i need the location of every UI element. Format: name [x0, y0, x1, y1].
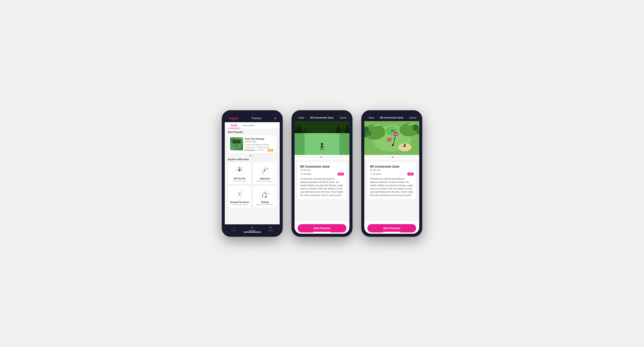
skill-name-putting: Putting: [255, 201, 275, 203]
detail-badge-3: ARG: [408, 173, 414, 175]
detail-fav-icon-2[interactable]: ☆: [342, 165, 344, 168]
detail-dot-3-2: [392, 157, 393, 158]
drill-photo-area: [294, 121, 350, 155]
phone-2-notch: [313, 113, 331, 115]
svg-point-70: [392, 144, 394, 146]
featured-drill-card[interactable]: Find The Fairway Off The Tee Create an i…: [228, 135, 277, 153]
back-button-3[interactable]: < Back: [367, 117, 374, 119]
svg-rect-53: [322, 145, 322, 148]
detail-dots-2: [294, 156, 350, 158]
skill-desc-putting: Make and lag practice: [255, 204, 275, 206]
golf-photo: [294, 121, 350, 155]
tab-drills[interactable]: Drills: [228, 122, 240, 128]
explore-label: Explore skill areas: [228, 158, 277, 161]
skill-around-green[interactable]: Around The Green Hone your short game: [228, 186, 251, 208]
svg-point-52: [321, 143, 323, 145]
svg-point-21: [262, 173, 263, 174]
skill-putting[interactable]: Putting Make and lag practice: [253, 186, 277, 208]
skill-name-approach: Approach: [255, 177, 275, 180]
activities-icon: ⊹: [251, 226, 254, 229]
dot-3: [254, 155, 255, 156]
capture-icon: ⊕: [269, 226, 272, 229]
back-button-2[interactable]: < Back: [298, 117, 304, 119]
detail-drill-name-3: 6ft Conversion Zone: [370, 165, 400, 168]
svg-line-35: [238, 194, 240, 196]
start-practice-button-2[interactable]: Start Practice: [298, 224, 346, 232]
svg-point-38: [265, 196, 266, 198]
drill-meta: ⏱ 10 shots OTT: [244, 149, 273, 152]
putting-icon-area: [255, 188, 275, 200]
drill-thumb: [230, 137, 243, 150]
scroll-area[interactable]: Most Popular: [225, 129, 280, 224]
skill-desc-approach: Dial-in to hit the green: [255, 180, 275, 182]
skill-desc-atg: Hone your short game: [230, 204, 250, 206]
phones-container: clippd Practice ≡ Drills Favourites Most…: [222, 110, 422, 237]
cancel-button-3[interactable]: Cancel: [410, 117, 416, 119]
hamburger-icon[interactable]: ≡: [274, 117, 276, 120]
phone-1-notch: [244, 113, 261, 115]
svg-point-16: [239, 170, 240, 171]
phone-2: < Back 6ft Conversion Zone Cancel: [292, 110, 352, 237]
phone-2-screen: < Back 6ft Conversion Zone Cancel: [294, 113, 350, 234]
detail-dot-3-1: [390, 157, 391, 158]
home-indicator-2: [313, 232, 331, 232]
most-popular-label: Most Popular: [228, 131, 277, 133]
activities-label: Activities: [249, 230, 256, 232]
detail-fav-icon-3[interactable]: ☆: [411, 165, 414, 168]
phone-3-screen: < Back 6ft Conversion Zone Cancel: [364, 113, 419, 234]
drill-subtitle: Off The Tee: [245, 141, 274, 143]
svg-point-4: [236, 145, 237, 146]
detail-range-3: 10-50 yds: [370, 169, 400, 171]
svg-rect-5: [236, 146, 237, 147]
carousel-dots: [228, 155, 277, 156]
skill-name-atg: Around The Green: [230, 201, 250, 203]
app-header-title: Practice: [252, 117, 261, 120]
detail-card-3: 6ft Conversion Zone 10-50 yds ☆ ⏱ 20 sho…: [367, 162, 416, 199]
phone-1-screen: clippd Practice ≡ Drills Favourites Most…: [225, 113, 280, 234]
detail-title-3: 6ft Conversion Zone: [380, 116, 403, 119]
svg-point-22: [267, 169, 268, 170]
skill-approach[interactable]: Approach Dial-in to hit the green: [253, 162, 277, 184]
svg-point-41: [267, 193, 268, 194]
home-indicator-1: [244, 232, 261, 232]
nav-home[interactable]: ⌂ Home: [225, 226, 243, 232]
svg-point-83: [394, 138, 394, 139]
detail-dot-1: [320, 157, 322, 158]
svg-point-84: [394, 135, 395, 136]
detail-title-2: 6ft Conversion Zone: [310, 116, 334, 119]
svg-point-36: [260, 189, 270, 199]
nav-capture[interactable]: ⊕ Capture: [262, 226, 280, 232]
start-practice-button-3[interactable]: Start Practice: [367, 224, 416, 232]
detail-scroll-3[interactable]: 6ft Conversion Zone 10-50 yds ☆ ⏱ 20 sho…: [364, 160, 419, 221]
svg-marker-17: [239, 167, 240, 168]
cancel-button-2[interactable]: Cancel: [340, 117, 346, 119]
skill-off-the-tee[interactable]: Off The Tee Power accuracy: [228, 162, 251, 184]
skill-name-ott: Off The Tee: [230, 177, 250, 180]
phone-3: < Back 6ft Conversion Zone Cancel: [361, 110, 422, 237]
nav-activities[interactable]: ⊹ Activities: [243, 226, 262, 232]
detail-scroll-2[interactable]: 6ft Conversion Zone 10-50 yds ☆ ⏱ 20 sho…: [294, 160, 350, 221]
detail-drill-name-2: 6ft Conversion Zone: [300, 165, 330, 168]
tab-favourites[interactable]: Favourites: [240, 122, 258, 128]
detail-card-2: 6ft Conversion Zone 10-50 yds ☆ ⏱ 20 sho…: [298, 162, 346, 199]
phone-3-notch: [383, 113, 400, 115]
atg-icon-area: [230, 188, 250, 200]
drill-badge-ott: OTT: [268, 149, 273, 152]
svg-point-37: [262, 196, 263, 197]
favourite-icon[interactable]: ☆: [273, 137, 275, 139]
tabs-bar: Drills Favourites: [225, 122, 280, 129]
detail-shots-2: ⏱ 20 shots: [300, 173, 311, 175]
svg-text:Miss: Miss: [394, 133, 398, 135]
skill-grid: Off The Tee Power accuracy: [228, 162, 277, 208]
detail-badge-2: ARG: [338, 173, 344, 175]
app-logo: clippd: [228, 116, 238, 120]
svg-point-40: [266, 191, 267, 192]
svg-rect-1: [232, 139, 241, 143]
drill-thumb-image: [230, 137, 243, 150]
approach-icon-area: [255, 165, 275, 177]
drill-shots: ⏱ 10 shots: [244, 149, 254, 151]
capture-label: Capture: [268, 230, 274, 232]
svg-text:Hit: Hit: [388, 139, 391, 141]
course-map-svg: Miss Hit FAIRWAY ROUGH SAND: [364, 121, 419, 155]
detail-shots-3: ⏱ 20 shots: [370, 173, 381, 175]
